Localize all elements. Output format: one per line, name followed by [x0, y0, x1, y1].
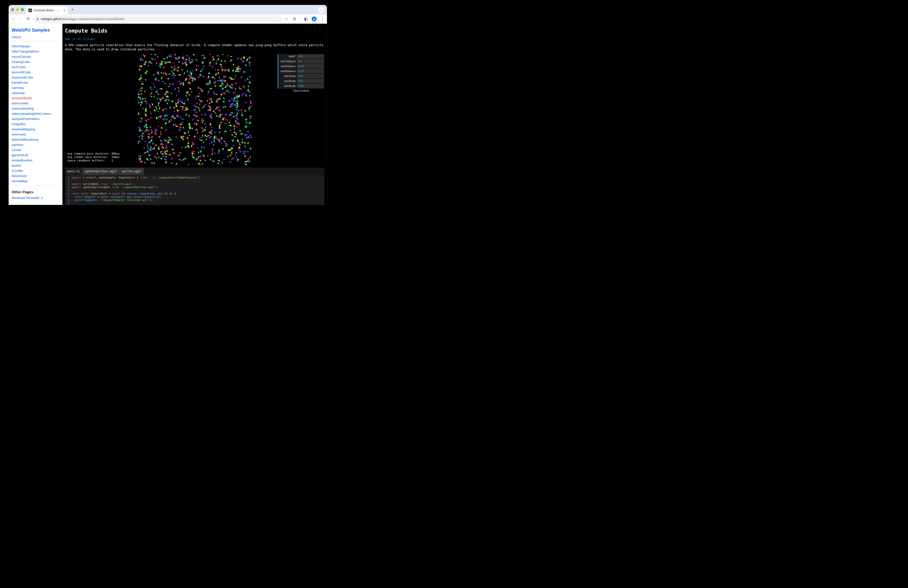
sidebar-item-computeBoids[interactable]: computeBoids: [11, 95, 60, 101]
toolbar: ← → ⟳ ⚙ webgpu.github.io/webgpu-samples/…: [9, 14, 327, 24]
gui-row-rule2Scale: rule2Scale0.05: [278, 79, 324, 84]
gui-label: rule3Scale: [279, 85, 297, 87]
sidebar-item-reversedZ[interactable]: reversedZ: [11, 132, 60, 137]
gui-row-rule3Distance: rule3Distance0.025: [278, 69, 324, 74]
code-line: 8 assert(adapter, 'requestAdapter return…: [65, 198, 324, 202]
sidebar-item-helloTriangleMSAA[interactable]: helloTriangleMSAA: [11, 49, 60, 54]
code-line: 4import updateSpritesWGSL from './update…: [65, 185, 324, 189]
gui-row-rule3Scale: rule3Scale0.005: [278, 84, 324, 89]
code-tab-updateSprites.wgsl[interactable]: updateSprites.wgsl: [82, 168, 119, 175]
sidebar-item-imageBlur[interactable]: imageBlur: [11, 121, 60, 127]
sidebar-item-shadowMapping[interactable]: shadowMapping: [11, 127, 60, 132]
gui-value-input[interactable]: 0.04: [297, 54, 324, 58]
sidebar-item-cameras[interactable]: cameras: [11, 85, 60, 90]
sidebar-item-texturedCube[interactable]: texturedCube: [11, 69, 60, 75]
code-line: 6const init: SampleInit = async ({ canva…: [65, 192, 324, 195]
page-title: Compute Boids: [65, 27, 324, 34]
code-line: 5: [65, 189, 324, 192]
browser-window: W Compute Boids - WebGPU S… × + ⌄ ← → ⟳ …: [9, 5, 327, 205]
gui-value-input[interactable]: 0.1: [297, 59, 324, 63]
favicon-icon: W: [28, 9, 32, 12]
sidebar-item-videoUploadingWebCodecs[interactable]: videoUploadingWebCodecs: [11, 111, 60, 116]
gui-value-input[interactable]: 0.005: [297, 84, 324, 88]
sidebar-item-resizeCanvas[interactable]: resizeCanvas: [11, 54, 60, 59]
gui-value-input[interactable]: 0.025: [297, 69, 324, 73]
stats-overlay: avg compute pass duration: 886µs avg ren…: [68, 152, 120, 163]
github-link[interactable]: Github: [11, 35, 60, 39]
url-text: webgpu.github.io/webgpu-samples/samples/…: [41, 17, 124, 21]
sidebar: WebGPU Samples Github helloTrianglehello…: [9, 24, 63, 205]
sample-list: helloTrianglehelloTriangleMSAAresizeCanv…: [11, 44, 60, 184]
sidebar-item-animometer[interactable]: animometer: [11, 101, 60, 106]
sidebar-item-samplerParameters[interactable]: samplerParameters: [11, 116, 60, 121]
toolbar-icons: ☆ ⧉ ◧ ⋮: [284, 16, 324, 21]
gui-value-input[interactable]: 0.025: [297, 64, 324, 68]
app: WebGPU Samples Github helloTrianglehello…: [9, 24, 327, 205]
titlebar: W Compute Boids - WebGPU S… × + ⌄: [9, 5, 327, 14]
sidebar-item-renderBundles[interactable]: renderBundles: [11, 158, 60, 163]
page-description: A GPU compute particle simulation that m…: [65, 43, 324, 52]
sidebar-item-cubemap[interactable]: cubemap: [11, 90, 60, 95]
tabs-dropdown-icon[interactable]: ⌄: [318, 6, 324, 13]
code-line: 2: [65, 179, 324, 182]
sidebar-item-instancedCube[interactable]: instancedCube: [11, 75, 60, 80]
maximize-window-button[interactable]: [21, 8, 24, 11]
canvas-area: deltaT0.04rule1Distance0.1rule2Distance0…: [65, 54, 324, 165]
see-on-github-link[interactable]: See it on Github!: [65, 37, 324, 41]
code-line: 9: [65, 202, 324, 205]
forward-button[interactable]: →: [19, 17, 23, 21]
sidebar-item-bitonicSort[interactable]: bitonicSort: [11, 173, 60, 179]
browser-tab[interactable]: W Compute Boids - WebGPU S… ×: [26, 6, 68, 14]
gui-value-input[interactable]: 0.05: [297, 79, 324, 83]
code-view: 1import { assert, makeSample, SampleInit…: [65, 175, 324, 205]
svg-point-0: [314, 18, 315, 19]
workload-simulator-link[interactable]: Workload Simulator ↗: [11, 196, 60, 200]
sidebar-item-videoUploading[interactable]: videoUploading: [11, 106, 60, 111]
gui-row-rule2Distance: rule2Distance0.025: [278, 64, 324, 69]
address-bar[interactable]: ⚙ webgpu.github.io/webgpu-samples/sample…: [33, 15, 281, 23]
sidebar-item-cornell[interactable]: cornell: [11, 147, 60, 153]
profile-avatar[interactable]: [312, 16, 317, 21]
close-window-button[interactable]: [11, 8, 14, 11]
gui-label: rule1Scale: [279, 75, 297, 77]
code-tabs: main.tsupdateSprites.wgslsprite.wgsl: [65, 168, 324, 175]
simulation-canvas: [138, 54, 251, 165]
sidebar-item-gameOfLife[interactable]: gameOfLife: [11, 153, 60, 158]
sidebar-item-fractalCube[interactable]: fractalCube: [11, 80, 60, 85]
close-controls-button[interactable]: Close Controls: [278, 89, 324, 93]
sidebar-item-A-buffer[interactable]: A-buffer: [11, 168, 60, 173]
sidebar-item-deferredRendering[interactable]: deferredRendering: [11, 137, 60, 142]
sidebar-item-rotatingCube[interactable]: rotatingCube: [11, 59, 60, 64]
sidebar-item-twoCubes[interactable]: twoCubes: [11, 64, 60, 69]
content: Compute Boids See it on Github! A GPU co…: [63, 24, 327, 205]
code-line: 1import { assert, makeSample, SampleInit…: [65, 176, 324, 179]
sidebar-item-helloTriangle[interactable]: helloTriangle: [11, 44, 60, 49]
extensions-icon[interactable]: ⧉: [292, 17, 296, 21]
gui-row-deltaT: deltaT0.04: [278, 54, 324, 59]
gui-value-input[interactable]: 0.02: [297, 74, 324, 78]
close-tab-icon[interactable]: ×: [63, 8, 65, 12]
gui-label: rule2Scale: [279, 80, 297, 82]
divider: [11, 41, 60, 41]
sidebar-item-normalMap[interactable]: normalMap: [11, 179, 60, 184]
gui-panel: deltaT0.04rule1Distance0.1rule2Distance0…: [278, 54, 324, 93]
back-button[interactable]: ←: [11, 17, 16, 21]
reload-button[interactable]: ⟳: [26, 17, 31, 21]
divider: [11, 185, 60, 185]
gui-label: rule1Distance: [279, 60, 297, 63]
code-line: 3import spriteWGSL from './sprite.wgsl';: [65, 182, 324, 185]
site-info-icon[interactable]: ⚙: [36, 17, 39, 21]
tab-title: Compute Boids - WebGPU S…: [33, 9, 62, 12]
new-tab-button[interactable]: +: [69, 6, 76, 13]
sidebar-item-worker[interactable]: worker: [11, 163, 60, 168]
minimize-window-button[interactable]: [16, 8, 19, 11]
sidepanel-icon[interactable]: ◧: [304, 17, 308, 21]
gui-label: rule2Distance: [279, 65, 297, 68]
code-tab-sprite.wgsl[interactable]: sprite.wgsl: [119, 168, 144, 175]
code-tab-main.ts[interactable]: main.ts: [65, 168, 82, 175]
gui-label: rule3Distance: [279, 70, 297, 72]
bookmark-icon[interactable]: ☆: [284, 17, 289, 21]
sidebar-item-particles[interactable]: particles: [11, 142, 60, 147]
window-controls: [11, 8, 24, 11]
menu-icon[interactable]: ⋮: [320, 17, 324, 21]
